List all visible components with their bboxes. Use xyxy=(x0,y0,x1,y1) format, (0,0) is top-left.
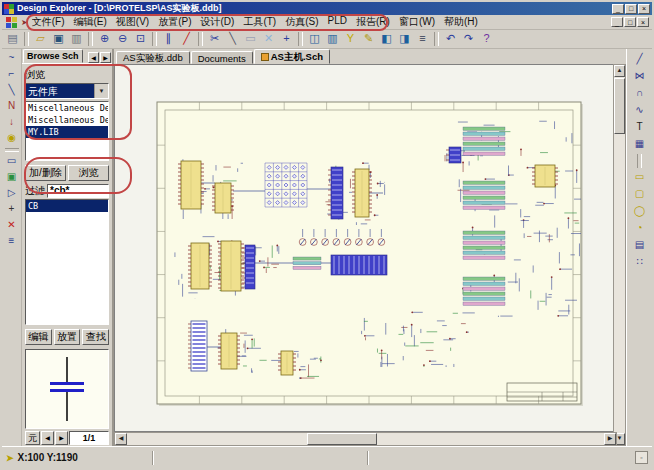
library-list-item[interactable]: Miscellaneous De xyxy=(26,102,108,114)
pie-icon[interactable]: ◔ xyxy=(631,221,649,236)
close-button[interactable]: × xyxy=(638,4,650,14)
schematic-block[interactable] xyxy=(188,321,207,371)
graph-icon[interactable]: ▤ xyxy=(631,238,649,253)
arc-icon[interactable]: ∩ xyxy=(631,86,649,101)
report-icon[interactable]: ◨ xyxy=(396,31,413,47)
select-area-icon[interactable]: ▭ xyxy=(242,31,259,47)
scroll-left-button[interactable]: ◀ xyxy=(115,433,127,445)
browse-button[interactable]: 浏览 xyxy=(68,165,109,181)
parts-icon[interactable]: ∥ xyxy=(160,31,177,47)
help-icon[interactable]: ? xyxy=(478,31,495,47)
schematic-block[interactable] xyxy=(188,243,212,289)
pencil-icon[interactable]: ✎ xyxy=(360,31,377,47)
horizontal-scrollbar[interactable]: ◀ ▶ xyxy=(114,432,617,446)
document-app-icon[interactable] xyxy=(6,17,17,28)
books-icon[interactable]: ◧ xyxy=(378,31,395,47)
browse-sch-tab[interactable]: Browse Sch xyxy=(23,49,83,63)
library-list-icon[interactable]: ▥ xyxy=(324,31,341,47)
bus-icon[interactable]: ╲ xyxy=(3,83,20,98)
schematic-canvas[interactable] xyxy=(114,64,617,432)
array-paste-icon[interactable]: ∷ xyxy=(631,255,649,270)
menu-item[interactable]: 工具(T) xyxy=(243,15,276,29)
next-part-button[interactable]: ▶ xyxy=(55,431,68,445)
filter-input[interactable]: *cb* xyxy=(47,184,109,198)
ellipse-icon[interactable]: ◯ xyxy=(631,204,649,219)
minimize-button[interactable]: _ xyxy=(612,4,624,14)
child-close-button[interactable]: × xyxy=(637,17,649,27)
schematic-block[interactable] xyxy=(178,161,204,209)
menu-item[interactable]: 文件(F) xyxy=(32,15,65,29)
menu-item[interactable]: 仿真(S) xyxy=(285,15,318,29)
document-tab[interactable]: Documents xyxy=(191,51,253,64)
save-icon[interactable]: ▣ xyxy=(50,31,67,47)
horizontal-scroll-thumb[interactable] xyxy=(307,433,377,445)
schematic-block[interactable] xyxy=(331,255,387,275)
menu-item[interactable]: 帮助(H) xyxy=(444,15,478,29)
port-icon[interactable]: ▷ xyxy=(3,186,20,201)
menu-item[interactable]: 放置(P) xyxy=(158,15,191,29)
schematic-block[interactable] xyxy=(212,183,234,213)
library-list-item[interactable]: MY.LIB xyxy=(26,126,108,138)
edit-button[interactable]: 编辑 xyxy=(25,329,52,345)
bus-entry-icon[interactable]: ⌐ xyxy=(3,67,20,82)
place-button[interactable]: 放置 xyxy=(54,329,81,345)
schematic-block[interactable] xyxy=(218,333,240,369)
child-minimize-button[interactable]: _ xyxy=(611,17,623,27)
zoom-out-icon[interactable]: ⊖ xyxy=(114,31,131,47)
menu-item[interactable]: 报告(R) xyxy=(356,15,390,29)
panel-scroll-left-button[interactable]: ◀ xyxy=(88,52,99,63)
component-list-item[interactable]: CB xyxy=(26,200,108,212)
crosshair-icon[interactable]: + xyxy=(278,31,295,47)
junction-icon[interactable]: + xyxy=(3,202,20,217)
dropdown-arrow-icon[interactable]: ▼ xyxy=(94,84,108,98)
directive-icon[interactable]: ≡ xyxy=(3,234,20,249)
child-restore-button[interactable]: □ xyxy=(624,17,636,27)
sheet-symbol-icon[interactable]: ▭ xyxy=(3,154,20,169)
add-remove-button[interactable]: 加/删除 xyxy=(25,165,66,181)
schematic-block[interactable] xyxy=(278,351,296,375)
browse-library-icon[interactable]: ◫ xyxy=(306,31,323,47)
annotate-icon[interactable]: ≡ xyxy=(414,31,431,47)
part-button[interactable]: 元 xyxy=(25,431,40,445)
schematic-block[interactable] xyxy=(293,257,321,269)
wire-tool-icon[interactable]: ~ xyxy=(3,51,20,66)
net-label-icon[interactable]: N xyxy=(3,99,20,114)
redo-icon[interactable]: ↷ xyxy=(460,31,477,47)
part-icon[interactable]: ◉ xyxy=(3,131,20,146)
menu-item[interactable]: PLD xyxy=(328,15,347,29)
library-list-item[interactable]: Miscellaneous De xyxy=(26,114,108,126)
document-tab[interactable]: AS主机.Sch xyxy=(254,49,330,64)
text-frame-icon[interactable]: ▦ xyxy=(631,137,649,152)
schematic-sheet[interactable] xyxy=(115,65,617,432)
menu-item[interactable]: 编辑(E) xyxy=(73,15,106,29)
panel-scroll-right-button[interactable]: ▶ xyxy=(100,52,111,63)
schematic-block[interactable] xyxy=(352,169,372,217)
zoom-area-icon[interactable]: ⊡ xyxy=(132,31,149,47)
round-rectangle-icon[interactable]: ▢ xyxy=(631,187,649,202)
menu-item[interactable]: 窗口(W) xyxy=(399,15,435,29)
prev-part-button[interactable]: ◀ xyxy=(41,431,54,445)
no-erc-icon[interactable]: ✕ xyxy=(3,218,20,233)
cutter-icon[interactable]: ✂ xyxy=(206,31,223,47)
undo-icon[interactable]: ↶ xyxy=(442,31,459,47)
wire-icon[interactable]: ╱ xyxy=(178,31,195,47)
zoom-in-icon[interactable]: ⊕ xyxy=(96,31,113,47)
vertical-scrollbar[interactable]: ▲ ▼ xyxy=(613,64,626,446)
text-icon[interactable]: T xyxy=(631,120,649,135)
rectangle-icon[interactable]: ▭ xyxy=(631,170,649,185)
line-icon[interactable]: ╲ xyxy=(224,31,241,47)
move-icon[interactable]: ✕ xyxy=(260,31,277,47)
bezier-icon[interactable]: ∿ xyxy=(631,103,649,118)
library-type-dropdown[interactable]: 元件库 ▼ xyxy=(25,83,109,99)
select-document-icon[interactable]: ▤ xyxy=(4,31,21,47)
open-folder-icon[interactable]: ▱ xyxy=(32,31,49,47)
line-tool-icon[interactable]: ╱ xyxy=(631,52,649,67)
menu-item[interactable]: 设计(D) xyxy=(201,15,235,29)
restore-button[interactable]: □ xyxy=(625,4,637,14)
power-port-icon[interactable]: ↓ xyxy=(3,115,20,130)
scroll-right-button[interactable]: ▶ xyxy=(604,433,616,445)
schematic-block[interactable] xyxy=(218,241,244,291)
polygon-icon[interactable]: ⋈ xyxy=(631,69,649,84)
schematic-block[interactable] xyxy=(532,165,558,187)
vertical-scroll-thumb[interactable] xyxy=(614,78,625,134)
